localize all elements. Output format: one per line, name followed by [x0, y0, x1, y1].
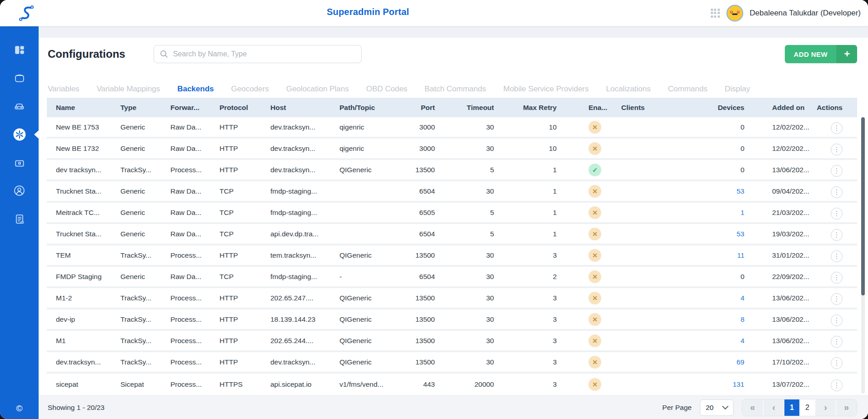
scrollbar-track[interactable]	[861, 117, 865, 394]
cell-devices[interactable]: 1	[668, 209, 745, 217]
first-page-button[interactable]: «	[742, 399, 763, 416]
tab-variable-mappings[interactable]: Variable Mappings	[97, 81, 160, 97]
sidebar-item-dashboard[interactable]	[0, 41, 39, 58]
sidebar-item-reports[interactable]	[0, 210, 39, 227]
cell-actions[interactable]	[812, 205, 852, 219]
scrollbar-thumb[interactable]	[861, 117, 865, 295]
cell-devices[interactable]: 11	[668, 251, 745, 259]
devices-count[interactable]: 53	[737, 230, 744, 238]
kebab-menu-icon[interactable]	[831, 165, 843, 177]
search-input[interactable]	[172, 50, 356, 59]
cell-path-topic: QIGeneric	[339, 337, 408, 345]
cell-actions[interactable]	[812, 163, 852, 177]
cell-devices: 0	[668, 273, 745, 281]
kebab-menu-icon[interactable]	[831, 336, 843, 348]
sidebar-item-accounts[interactable]	[0, 182, 39, 199]
kebab-menu-icon[interactable]	[831, 186, 843, 198]
cell-max-retry: 3	[512, 380, 572, 389]
cell-actions[interactable]	[812, 312, 852, 326]
devices-count[interactable]: 4	[740, 294, 744, 302]
cell-type: TrackSy...	[120, 166, 170, 174]
kebab-menu-icon[interactable]	[831, 357, 843, 369]
cell-actions[interactable]	[812, 355, 852, 369]
cell-type: TrackSy...	[120, 358, 170, 366]
tab-batch-commands[interactable]: Batch Commands	[424, 81, 486, 97]
cell-forwarding: Process...	[170, 337, 219, 345]
cell-actions[interactable]	[812, 334, 852, 348]
cell-added-on: 12/02/202...	[745, 145, 812, 153]
cell-devices[interactable]: 4	[668, 337, 745, 345]
devices-count[interactable]: 8	[740, 315, 744, 323]
kebab-menu-icon[interactable]	[831, 122, 843, 134]
tab-localizations[interactable]: Localizations	[606, 81, 651, 97]
sidebar-item-configurations[interactable]	[0, 126, 39, 143]
kebab-menu-icon[interactable]	[831, 314, 843, 326]
last-page-button[interactable]: »	[836, 399, 857, 416]
devices-count[interactable]: 1	[740, 209, 744, 216]
user-name[interactable]: Debaleena Talukdar (Developer)	[750, 9, 861, 18]
cell-actions[interactable]	[812, 269, 852, 284]
cell-host: 18.139.144.23	[270, 315, 339, 324]
sidebar-item-devices[interactable]	[0, 70, 39, 86]
tab-mobile-service-providers[interactable]: Mobile Service Providers	[503, 81, 589, 97]
cell-added-on: 17/10/202...	[745, 358, 812, 366]
cell-max-retry: 1	[512, 166, 572, 174]
table-row: sicepatSicepatProcess...HTTPSapi.sicepat…	[47, 374, 857, 395]
table-row: dev.tracksyn...TrackSy...Process...HTTPd…	[47, 352, 857, 374]
apps-grid-icon[interactable]	[711, 9, 720, 18]
tab-geolocation-plans[interactable]: Geolocation Plans	[286, 81, 349, 97]
cell-host: tem.tracksyn...	[270, 251, 339, 259]
cell-port: 3000	[408, 123, 451, 131]
sidebar-item-toolbox[interactable]	[0, 154, 39, 171]
tab-geocoders[interactable]: Geocoders	[231, 81, 269, 97]
cell-devices[interactable]: 53	[668, 187, 745, 195]
cell-actions[interactable]	[812, 184, 852, 198]
devices-count[interactable]: 4	[740, 337, 744, 344]
kebab-menu-icon[interactable]	[831, 229, 843, 241]
cell-devices[interactable]: 69	[668, 358, 745, 366]
cell-forwarding: Process...	[170, 166, 219, 174]
prev-page-button[interactable]: ‹	[763, 399, 784, 416]
cell-actions[interactable]	[812, 227, 852, 241]
kebab-menu-icon[interactable]	[831, 208, 843, 219]
devices-count[interactable]: 53	[737, 187, 744, 195]
cell-added-on: 22/09/202...	[745, 273, 812, 281]
per-page-select[interactable]: 20	[700, 399, 733, 416]
cell-actions[interactable]	[812, 291, 852, 305]
sidebar-item-vehicles[interactable]	[0, 98, 39, 115]
kebab-menu-icon[interactable]	[831, 250, 843, 262]
cell-name: New BE 1732	[52, 145, 120, 153]
search-box[interactable]	[154, 45, 362, 63]
add-new-button[interactable]: ADD NEW +	[785, 45, 857, 63]
cell-devices[interactable]: 131	[668, 380, 745, 389]
cell-devices[interactable]: 53	[668, 230, 745, 238]
user-avatar[interactable]	[726, 5, 743, 22]
devices-count[interactable]: 69	[737, 358, 744, 366]
tab-variables[interactable]: Variables	[48, 81, 80, 97]
copyright-icon[interactable]: ©	[0, 404, 39, 414]
cell-actions[interactable]	[812, 141, 852, 155]
tab-display[interactable]: Display	[725, 81, 750, 97]
cell-actions[interactable]	[812, 248, 852, 262]
column-header-clients: Clients	[616, 104, 668, 112]
cell-devices[interactable]: 8	[668, 315, 745, 324]
kebab-menu-icon[interactable]	[831, 379, 843, 391]
cell-actions[interactable]	[812, 120, 852, 134]
tab-backends[interactable]: Backends	[177, 81, 214, 97]
page-button-2[interactable]: 2	[799, 399, 815, 416]
page-button-1[interactable]: 1	[784, 399, 799, 416]
cell-added-on: 13/06/202...	[745, 166, 812, 174]
tab-commands[interactable]: Commands	[668, 81, 708, 97]
device-box-icon	[14, 72, 25, 84]
cell-actions[interactable]	[812, 377, 852, 391]
next-page-button[interactable]: ›	[815, 399, 836, 416]
cell-timeout: 30	[451, 145, 512, 153]
kebab-menu-icon[interactable]	[831, 272, 843, 284]
devices-count[interactable]: 11	[737, 251, 744, 259]
devices-count[interactable]: 131	[733, 380, 744, 388]
cell-devices[interactable]: 4	[668, 294, 745, 302]
column-header-protocol: Protocol	[219, 104, 270, 112]
tab-obd-codes[interactable]: OBD Codes	[366, 81, 408, 97]
kebab-menu-icon[interactable]	[831, 293, 843, 305]
kebab-menu-icon[interactable]	[831, 144, 843, 155]
